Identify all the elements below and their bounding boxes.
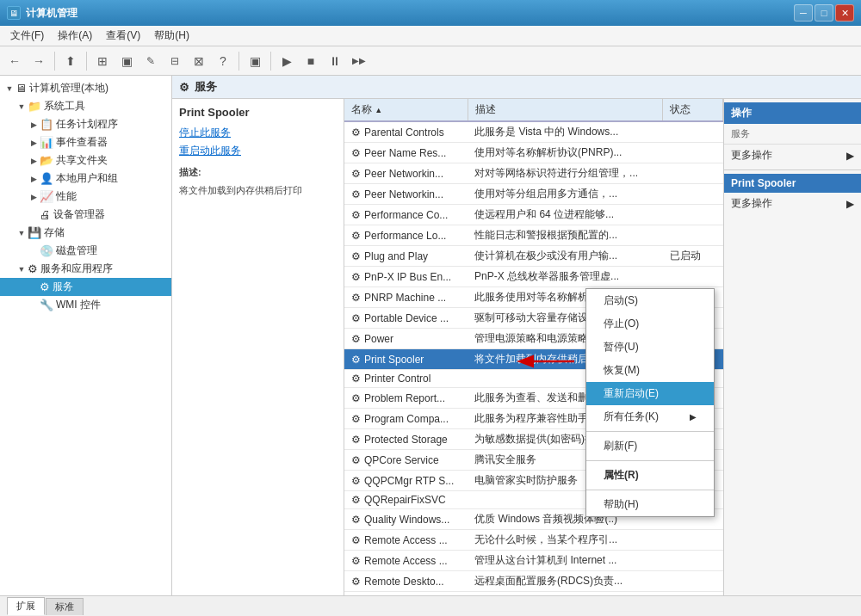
col-name[interactable]: 名称 ▲ (344, 99, 468, 121)
icon-services-apps: ⚙ (28, 262, 38, 275)
forward-button[interactable]: → (28, 50, 50, 72)
ctx-start[interactable]: 启动(S) (586, 289, 714, 312)
menu-view[interactable]: 查看(V) (99, 27, 147, 45)
table-row[interactable]: ⚙Parental Controls此服务是 Vista 中的 Windows.… (344, 121, 723, 143)
icon-services: ⚙ (40, 280, 50, 293)
ctx-pause[interactable]: 暂停(U) (586, 336, 714, 359)
toolbar-separator-2 (86, 52, 87, 71)
tree-item-performance[interactable]: ▶ 📈 性能 (0, 188, 171, 206)
skip-button[interactable]: ▶▶ (348, 50, 370, 72)
table-row[interactable]: ⚙Remote Deskto...允许用户以交互方式连接到远程...已启动 (344, 592, 723, 596)
tree-item-event-viewer[interactable]: ▶ 📊 事件查看器 (0, 133, 171, 151)
ctx-all-tasks[interactable]: 所有任务(K) ▶ (586, 405, 714, 428)
properties-button[interactable]: ✎ (139, 50, 162, 72)
ctx-resume[interactable]: 恢复(M) (586, 359, 714, 382)
service-status-cell (663, 163, 723, 184)
tree-label-device-manager: 设备管理器 (53, 207, 105, 222)
more-actions-2[interactable]: 更多操作 ▶ (724, 193, 861, 214)
expand-icon-root[interactable]: ▼ (3, 83, 15, 95)
tree-item-storage[interactable]: ▼ 💾 存储 (0, 224, 171, 242)
help-button[interactable]: ? (212, 50, 234, 72)
ctx-stop[interactable]: 停止(O) (586, 312, 714, 336)
expand-icon-scheduler[interactable]: ▶ (28, 119, 40, 131)
table-row[interactable]: ⚙Peer Networkin...对对等网络标识符进行分组管理，... (344, 163, 723, 184)
col-status[interactable]: 状态 (663, 99, 723, 121)
tree-item-shared-folders[interactable]: ▶ 📂 共享文件夹 (0, 151, 171, 169)
service-desc-cell: 管理从这台计算机到 Internet ... (468, 551, 662, 571)
grid-button[interactable]: ▣ (244, 50, 266, 72)
service-desc-cell: 使远程用户和 64 位进程能够... (468, 205, 662, 225)
new-window-button[interactable]: ⊟ (164, 50, 186, 72)
tree-item-scheduler[interactable]: ▶ 📋 任务计划程序 (0, 115, 171, 133)
tab-standard[interactable]: 标准 (46, 598, 84, 615)
maximize-button[interactable]: □ (815, 4, 833, 22)
menu-action[interactable]: 操作(A) (51, 27, 99, 45)
minimize-button[interactable]: ─ (794, 4, 813, 22)
ctx-refresh[interactable]: 刷新(F) (586, 434, 714, 458)
tree-label-wmi: WMI 控件 (56, 298, 101, 312)
export-button[interactable]: ▣ (115, 50, 138, 72)
services-table-wrap: 名称 ▲ 描述 状态 ⚙Parental Controls此服务是 Vista … (344, 99, 723, 595)
table-row[interactable]: ⚙Plug and Play使计算机在极少或没有用户输...已启动 (344, 246, 723, 267)
table-row[interactable]: ⚙Peer Networkin...使用对等分组启用多方通信，... (344, 184, 723, 205)
menu-help[interactable]: 帮助(H) (147, 27, 196, 45)
tree-item-wmi[interactable]: ▶ 🔧 WMI 控件 (0, 296, 171, 314)
table-row[interactable]: ⚙Performance Lo...性能日志和警报根据预配置的... (344, 225, 723, 246)
delete-button[interactable]: ⊠ (188, 50, 210, 72)
expand-icon-system-tools[interactable]: ▼ (15, 101, 28, 113)
table-row[interactable]: ⚙PnP-X IP Bus En...PnP-X 总线枚举器服务管理虚... (344, 267, 723, 287)
ctx-restart[interactable]: 重新启动(E) (586, 382, 714, 405)
service-name-cell: ⚙Problem Report... (344, 388, 468, 409)
close-button[interactable]: ✕ (835, 4, 854, 22)
col-desc[interactable]: 描述 (468, 99, 662, 121)
play-button[interactable]: ▶ (276, 50, 298, 72)
service-status-cell (663, 551, 723, 571)
expand-icon-performance[interactable]: ▶ (28, 191, 40, 203)
expand-icon-event-viewer[interactable]: ▶ (28, 137, 40, 149)
tree-item-services[interactable]: ▶ ⚙ 服务 (0, 278, 171, 296)
table-row[interactable]: ⚙Remote Deskto...远程桌面配置服务(RDCS)负责... (344, 571, 723, 592)
table-row[interactable]: ⚙Remote Access ...管理从这台计算机到 Internet ... (344, 551, 723, 571)
tree-item-disk-management[interactable]: ▶ 💿 磁盘管理 (0, 242, 171, 260)
icon-wmi: 🔧 (40, 299, 53, 311)
service-name-cell: ⚙Peer Networkin... (344, 184, 468, 205)
tree-label-performance: 性能 (56, 189, 77, 204)
tree-item-system-tools[interactable]: ▼ 📁 系统工具 (0, 97, 171, 115)
service-name-cell: ⚙Protected Storage (344, 429, 468, 450)
pause-button[interactable]: ⏸ (324, 50, 346, 72)
menu-file[interactable]: 文件(F) (3, 27, 51, 45)
up-button[interactable]: ⬆ (59, 50, 82, 72)
tree-item-services-apps[interactable]: ▼ ⚙ 服务和应用程序 (0, 260, 171, 278)
table-row[interactable]: ⚙Peer Name Res...使用对等名称解析协议(PNRP)... (344, 143, 723, 163)
expand-icon-services-apps[interactable]: ▼ (15, 263, 28, 275)
tree-label-services-apps: 服务和应用程序 (40, 262, 113, 276)
restart-service-link[interactable]: 重启动此服务 (179, 144, 337, 158)
tree-label-services: 服务 (53, 280, 73, 294)
service-status-cell (663, 225, 723, 246)
icon-storage: 💾 (28, 226, 41, 239)
tree-root[interactable]: ▼ 🖥 计算机管理(本地) (0, 79, 171, 97)
tree-item-device-manager[interactable]: ▶ 🖨 设备管理器 (0, 206, 171, 224)
stop-service-link[interactable]: 停止此服务 (179, 126, 337, 140)
more-actions-1[interactable]: 更多操作 ▶ (724, 145, 861, 166)
toolbar: ← → ⬆ ⊞ ▣ ✎ ⊟ ⊠ ? ▣ ▶ ■ ⏸ ▶▶ (0, 46, 861, 76)
table-row[interactable]: ⚙Performance Co...使远程用户和 64 位进程能够... (344, 205, 723, 225)
service-name-cell: ⚙Performance Lo... (344, 225, 468, 246)
show-hide-button[interactable]: ⊞ (91, 50, 114, 72)
service-name-cell: ⚙PNRP Machine ... (344, 287, 468, 308)
expand-icon-local-users[interactable]: ▶ (28, 173, 40, 185)
detail-panel: Print Spooler 停止此服务 重启动此服务 描述: 将文件加载到内存供… (172, 99, 344, 595)
tree-label-shared-folders: 共享文件夹 (56, 153, 108, 168)
tree-item-local-users[interactable]: ▶ 👤 本地用户和组 (0, 169, 171, 188)
stop-button[interactable]: ■ (300, 50, 322, 72)
table-row[interactable]: ⚙Remote Access ...无论什么时候，当某个程序引... (344, 530, 723, 551)
back-button[interactable]: ← (3, 50, 26, 72)
ctx-properties[interactable]: 属性(R) (586, 464, 714, 487)
service-name-cell: ⚙Remote Access ... (344, 551, 468, 571)
tab-expand[interactable]: 扩展 (7, 597, 45, 615)
expand-icon-shared-folders[interactable]: ▶ (28, 155, 40, 167)
ctx-help[interactable]: 帮助(H) (586, 493, 714, 516)
service-name-cell: ⚙Peer Name Res... (344, 143, 468, 163)
service-status-cell (663, 184, 723, 205)
expand-icon-storage[interactable]: ▼ (15, 227, 28, 239)
